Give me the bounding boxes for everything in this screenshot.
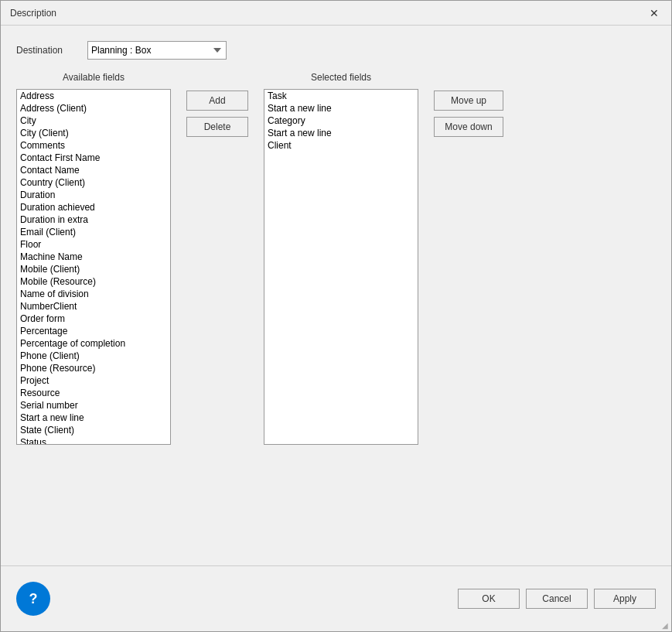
list-item[interactable]: NumberClient [17,300,170,313]
list-item[interactable]: Percentage [17,325,170,337]
list-item[interactable]: City [17,114,170,127]
list-item[interactable]: Duration in extra [17,214,170,226]
help-button[interactable]: ? [16,582,50,616]
list-item[interactable]: Comments [17,139,170,152]
footer: ? OK Cancel Apply [1,574,671,631]
destination-label: Destination [16,45,78,56]
title-bar: Description ✕ [1,1,671,26]
list-item[interactable]: Address (Client) [17,102,170,114]
move-up-button[interactable]: Move up [434,91,503,111]
list-item[interactable]: Contact Name [17,164,170,176]
list-item[interactable]: Order form [17,313,170,325]
cancel-button[interactable]: Cancel [526,589,588,609]
dialog-title: Description [10,8,56,19]
list-item[interactable]: Start a new line [264,102,418,114]
move-down-button[interactable]: Move down [434,117,503,137]
list-item[interactable]: Floor [17,238,170,251]
list-item[interactable]: Name of division [17,288,170,300]
list-item[interactable]: Category [264,114,418,127]
selected-fields-list[interactable]: TaskStart a new lineCategoryStart a new … [264,89,418,445]
middle-buttons: Add Delete [171,91,264,137]
list-item[interactable]: Project [17,374,170,387]
delete-button[interactable]: Delete [186,117,248,137]
list-item[interactable]: Country (Client) [17,176,170,189]
bottom-separator [1,565,671,566]
list-item[interactable]: Machine Name [17,251,170,263]
list-item[interactable]: Address [17,90,170,102]
list-item[interactable]: Mobile (Resource) [17,275,170,288]
apply-button[interactable]: Apply [594,589,656,609]
ok-button[interactable]: OK [458,589,520,609]
footer-left: ? [16,582,50,616]
footer-right: OK Cancel Apply [458,589,656,609]
right-buttons: Move up Move down [418,91,503,137]
dialog: Description ✕ Destination Planning : Box… [0,0,672,632]
list-item[interactable]: Email (Client) [17,226,170,238]
available-fields-label: Available fields [16,72,171,83]
resize-handle: ◢ [662,621,668,630]
destination-select[interactable]: Planning : BoxPlanning : ListPlanning : … [87,41,227,60]
content-area: Destination Planning : BoxPlanning : Lis… [1,26,671,565]
list-item[interactable]: City (Client) [17,127,170,139]
list-item[interactable]: Percentage of completion [17,337,170,350]
list-item[interactable]: Client [264,139,418,152]
list-item[interactable]: Phone (Client) [17,350,170,362]
fields-section: Available fields AddressAddress (Client)… [16,72,656,558]
close-button[interactable]: ✕ [646,5,662,21]
list-item[interactable]: Mobile (Client) [17,263,170,275]
add-button[interactable]: Add [186,91,248,111]
destination-row: Destination Planning : BoxPlanning : Lis… [16,41,656,60]
available-fields-column: Available fields AddressAddress (Client)… [16,72,171,445]
list-item[interactable]: Duration [17,189,170,201]
list-item[interactable]: Duration achieved [17,201,170,214]
list-item[interactable]: Task [264,90,418,102]
list-item[interactable]: Serial number [17,399,170,412]
list-item[interactable]: Contact First Name [17,152,170,164]
list-item[interactable]: Start a new line [17,412,170,424]
selected-fields-label: Selected fields [264,72,418,83]
list-item[interactable]: Phone (Resource) [17,362,170,374]
list-item[interactable]: Resource [17,387,170,399]
list-item[interactable]: Start a new line [264,127,418,139]
list-item[interactable]: Status [17,436,170,445]
list-item[interactable]: State (Client) [17,424,170,436]
available-fields-list[interactable]: AddressAddress (Client)CityCity (Client)… [16,89,171,445]
selected-fields-column: Selected fields TaskStart a new lineCate… [264,72,418,445]
